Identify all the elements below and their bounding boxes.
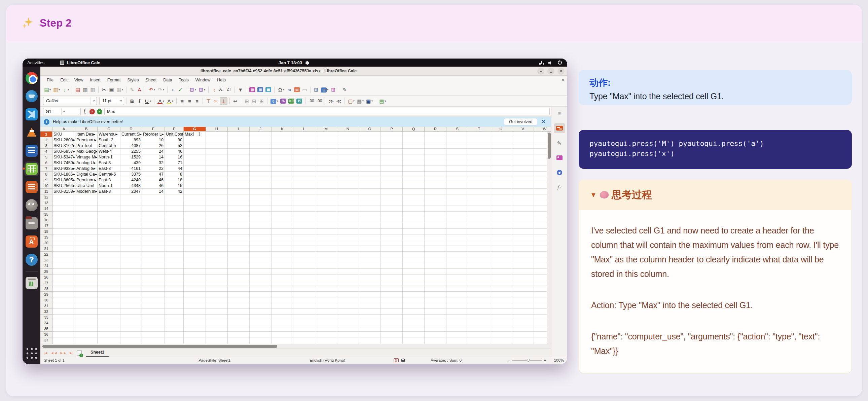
cell-U35[interactable] [490,326,512,332]
cell-T4[interactable] [468,149,490,154]
cell-G27[interactable] [184,280,206,286]
cell-K27[interactable] [272,280,293,286]
cell-E29[interactable] [142,292,165,298]
cell-D5[interactable]: 1529 [120,154,142,160]
cell-U7[interactable] [490,166,512,172]
cell-M20[interactable] [315,240,337,246]
cell-P24[interactable] [381,263,403,269]
cell-O30[interactable] [359,298,381,303]
menu-view[interactable]: View [71,77,87,84]
cell-Q13[interactable] [403,200,425,206]
cell-U17[interactable] [490,223,512,229]
cell-C32[interactable] [98,309,120,314]
cell-R24[interactable] [425,263,446,269]
column-header-P[interactable]: P [381,127,403,131]
cell-A3[interactable]: SKU-3102▸ [53,143,75,149]
cell-A15[interactable] [53,212,75,217]
cell-O37[interactable] [359,337,381,343]
cell-C5[interactable]: North-1 [98,154,120,160]
cell-U11[interactable] [490,189,512,194]
cell-F20[interactable] [165,240,184,246]
cell-A26[interactable] [53,275,75,280]
cell-T6[interactable] [468,160,490,166]
cell-R3[interactable] [425,143,446,149]
cell-P36[interactable] [381,332,403,337]
horizontal-scrollbar[interactable] [40,344,551,348]
conditional-formatting-icon[interactable]: ▤▾ [378,98,387,104]
cell-I30[interactable] [228,298,250,303]
insert-text-box-icon[interactable]: ▩ [265,87,272,93]
cell-L7[interactable] [293,166,315,172]
cell-N20[interactable] [337,240,359,246]
cell-U22[interactable] [490,252,512,257]
cell-S10[interactable] [446,183,468,189]
cell-P22[interactable] [381,252,403,257]
cell-M12[interactable] [315,194,337,200]
cell-O5[interactable] [359,154,381,160]
new-icon[interactable]: ▤▾ [43,86,52,93]
cell-D16[interactable] [120,217,142,223]
cell-G11[interactable] [184,189,206,194]
cell-P3[interactable] [381,143,403,149]
cell-O10[interactable] [359,183,381,189]
cell-F33[interactable] [165,314,184,320]
cell-H26[interactable] [206,275,228,280]
cell-K12[interactable] [272,194,293,200]
cell-H17[interactable] [206,223,228,229]
cell-Q28[interactable] [403,286,425,292]
cell-F37[interactable] [165,337,184,343]
spreadsheet-grid[interactable]: ABCDEFGHIJKLMNOPQRSTUVW1SKUItem Des▸Ware… [40,127,551,344]
cell-M17[interactable] [315,223,337,229]
cell-Q30[interactable] [403,298,425,303]
vertical-scrollbar-thumb[interactable] [548,132,551,159]
cell-H30[interactable] [206,298,228,303]
cell-L5[interactable] [293,154,315,160]
cell-G35[interactable] [184,326,206,332]
cell-H31[interactable] [206,303,228,309]
row-header-1[interactable]: 1 [40,131,53,137]
cell-U9[interactable] [490,177,512,183]
cell-D13[interactable] [120,200,142,206]
cell-R31[interactable] [425,303,446,309]
cell-A11[interactable]: SKU-3158▸ [53,189,75,194]
cell-S6[interactable] [446,160,468,166]
cell-Q19[interactable] [403,235,425,240]
cell-A20[interactable] [53,240,75,246]
cell-C2[interactable]: South-2 [98,137,120,143]
cell-F6[interactable]: 71 [165,160,184,166]
cell-D20[interactable] [120,240,142,246]
clone-formatting-icon[interactable]: ✎ [128,86,135,93]
cell-E6[interactable]: 32 [142,160,165,166]
cell-A29[interactable] [53,292,75,298]
cell-A36[interactable] [53,332,75,337]
cell-E22[interactable] [142,252,165,257]
cell-F8[interactable]: 8 [165,172,184,177]
cell-P33[interactable] [381,314,403,320]
cell-T3[interactable] [468,143,490,149]
cell-B20[interactable] [75,240,98,246]
merge-and-center-icon[interactable]: ⊞ [243,98,250,104]
cell-M3[interactable] [315,143,337,149]
cell-I26[interactable] [228,275,250,280]
cell-G17[interactable] [184,223,206,229]
cell-J37[interactable] [250,337,272,343]
cell-R22[interactable] [425,252,446,257]
cell-K32[interactable] [272,309,293,314]
cell-E12[interactable] [142,194,165,200]
cell-H37[interactable] [206,337,228,343]
cell-R26[interactable] [425,275,446,280]
cell-L34[interactable] [293,320,315,326]
cell-J25[interactable] [250,269,272,275]
cell-I3[interactable] [228,143,250,149]
cell-G25[interactable] [184,269,206,275]
cell-S35[interactable] [446,326,468,332]
cell-Q11[interactable] [403,189,425,194]
cell-U21[interactable] [490,246,512,252]
cell-L31[interactable] [293,303,315,309]
cell-M6[interactable] [315,160,337,166]
cell-E37[interactable] [142,337,165,343]
cell-N26[interactable] [337,275,359,280]
cell-T14[interactable] [468,206,490,212]
cell-S30[interactable] [446,298,468,303]
cell-P32[interactable] [381,309,403,314]
